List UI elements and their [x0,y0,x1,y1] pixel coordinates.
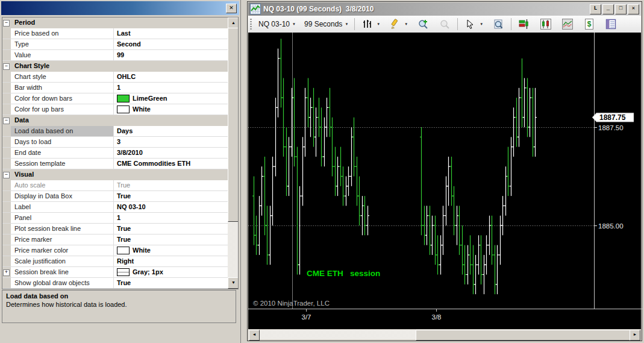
property-row[interactable]: Price based onLast [2,28,238,39]
color-swatch [117,247,130,254]
property-row[interactable]: LabelNQ 03-10 [2,202,238,213]
collapse-icon[interactable]: − [3,20,10,27]
scroll-down-button[interactable]: ▼ [228,277,239,289]
ohlc-bar [517,88,521,147]
property-row[interactable]: Plot session break lineTrue [2,224,238,234]
category-row[interactable]: −Chart Style [2,61,238,72]
property-row[interactable]: Value99 [2,50,238,61]
property-row[interactable]: Show global draw objectsTrue [2,278,238,289]
toolbar-grip[interactable] [250,19,252,30]
category-row[interactable]: −Data [2,115,238,126]
scroll-right-button[interactable]: ► [630,330,640,341]
property-row[interactable]: Load data based onDays [2,126,238,137]
ohlc-bar [445,177,448,226]
category-row[interactable]: −Visual [2,169,238,180]
chart-style-button[interactable]: ▼ [357,16,384,33]
ohlc-bar [355,157,358,206]
chart-window-titlebar[interactable]: NQ 03-10 (99 Seconds) 3/8/2010 L _ □ ✕ [248,2,641,16]
property-row[interactable]: TypeSecond [2,39,238,50]
dialog-close-button[interactable]: ✕ [226,4,237,13]
ohlc-bar [328,88,331,137]
property-value[interactable]: CME Commodities ETH [114,159,238,169]
chart-trader-button[interactable] [513,16,535,33]
property-row[interactable]: Auto scaleTrue [2,180,238,191]
chart-canvas[interactable]: 1887.501885.003/73/8CME ETH session© 201… [248,33,642,330]
zoom-out-button[interactable] [434,16,455,33]
ohlc-bar [290,88,293,157]
property-label: Show global draw objects [11,278,114,288]
property-value-text: Last [117,28,131,39]
property-value[interactable]: Right [114,256,238,266]
ohlc-bar [528,88,531,137]
collapse-icon[interactable]: − [3,118,10,124]
property-row[interactable]: Days to load3 [2,137,238,148]
property-value[interactable]: True [114,191,238,201]
grid-margin [2,202,11,212]
property-row[interactable]: +Session break lineGray; 1px [2,267,238,278]
account-data-button[interactable]: $ [578,16,600,33]
property-row[interactable]: Price markerTrue [2,234,238,245]
property-value[interactable]: 99 [114,50,238,60]
ohlc-bar [510,137,513,196]
property-value[interactable]: White [114,245,238,256]
property-row[interactable]: Display in Data BoxTrue [2,191,238,202]
collapse-icon[interactable]: − [3,172,10,178]
property-row[interactable]: Panel1 [2,213,238,224]
link-button[interactable]: L [590,4,601,14]
bars-panel-button[interactable] [535,16,557,33]
ohlc-bar [507,147,510,197]
maximize-button[interactable]: □ [615,4,627,14]
property-value[interactable]: Second [114,39,238,49]
expand-icon[interactable]: + [3,269,10,276]
property-grid-scrollbar[interactable]: ▲ ▼ [228,17,238,289]
property-value[interactable]: LimeGreen [114,93,238,104]
property-value[interactable]: Last [114,28,238,39]
property-row[interactable]: Bar width1 [2,83,238,93]
property-value[interactable]: 1 [114,213,238,223]
minimize-button[interactable]: _ [602,4,614,14]
chart-plot-area[interactable]: 1887.501885.003/73/8CME ETH session© 201… [248,33,641,329]
chart-hscrollbar[interactable]: ◄ ► [249,330,640,339]
property-row[interactable]: Color for up barsWhite [2,104,238,115]
category-row[interactable]: −Period [2,17,238,28]
property-value[interactable]: 3/8/2010 [114,148,238,158]
hscrollbar-thumb[interactable] [416,330,631,341]
property-row[interactable]: End date3/8/2010 [2,148,238,159]
property-value[interactable]: White [114,104,238,115]
property-value[interactable]: 1 [114,83,238,93]
property-value[interactable]: True [114,180,238,190]
ohlc-bar [287,137,290,196]
dialog-titlebar[interactable]: ✕ [1,1,239,15]
property-row[interactable]: Chart styleOHLC [2,72,238,83]
mini-chart-button[interactable] [557,16,578,33]
property-label: Session break line [11,267,114,277]
property-value[interactable]: Days [114,126,238,136]
property-row[interactable]: Color for down barsLimeGreen [2,93,238,104]
data-box-button[interactable] [487,16,509,33]
property-row[interactable]: Scale justificationRight [2,256,238,267]
property-value[interactable]: True [114,224,238,234]
report-grid-button[interactable] [600,16,622,33]
property-value[interactable]: NQ 03-10 [114,202,238,212]
property-value[interactable]: 3 [114,137,238,147]
property-row[interactable]: Price marker colorWhite [2,245,238,256]
chart-style-icon [361,17,374,31]
zoom-in-button[interactable] [412,16,434,33]
property-value[interactable]: OHLC [114,72,238,82]
drawing-tools-button[interactable]: ▼ [384,16,412,33]
scrollbar-thumb[interactable] [228,28,239,222]
property-value[interactable]: True [114,234,238,245]
scroll-left-button[interactable]: ◄ [249,330,260,341]
property-row[interactable]: Session templateCME Commodities ETH [2,159,238,169]
cursor-mode-button[interactable]: ▼ [460,16,487,33]
interval-selector[interactable]: 99 Seconds ▼ [300,18,352,30]
instrument-selector[interactable]: NQ 03-10 ▼ [254,18,300,30]
property-value[interactable]: True [114,278,238,288]
property-value-text: White [133,104,151,115]
collapse-icon[interactable]: − [3,63,10,70]
close-button[interactable]: ✕ [628,4,639,14]
ohlc-bar [347,166,350,196]
property-value[interactable]: Gray; 1px [114,267,238,277]
chart-window: NQ 03-10 (99 Seconds) 3/8/2010 L _ □ ✕ N… [247,1,642,341]
grid-margin [2,213,11,223]
